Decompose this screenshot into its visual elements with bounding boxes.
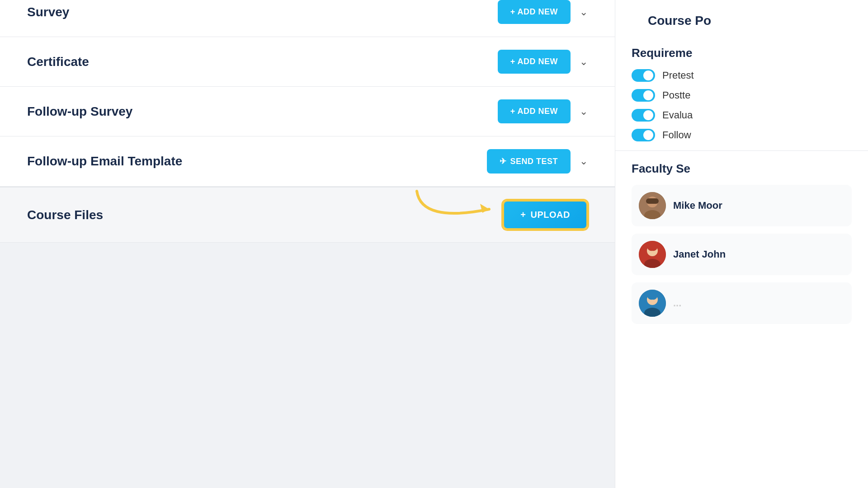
followup-survey-chevron-icon[interactable]: ⌄ [580, 106, 588, 117]
upload-plus-icon: + [520, 210, 526, 220]
avatar-janet-svg [639, 241, 666, 268]
course-po-header-area: Course Po [615, 0, 868, 33]
follow-label: Follow [662, 129, 691, 141]
posttest-label: Postte [662, 89, 690, 101]
pretest-toggle[interactable] [632, 69, 655, 82]
upload-button[interactable]: + UPLOAD [503, 200, 588, 230]
survey-chevron-icon[interactable]: ⌄ [580, 6, 588, 18]
faculty-item-janet: Janet John [632, 234, 852, 275]
requirements-section: Requireme Pretest Postte Evalua Follow [615, 33, 868, 151]
certificate-add-new-label: + ADD NEW [510, 57, 558, 66]
certificate-label: Certificate [27, 55, 89, 69]
avatar-mike [639, 192, 666, 219]
requirements-list: Pretest Postte Evalua Follow [632, 69, 852, 141]
faculty-name-third: ... [673, 297, 681, 309]
course-files-actions: + UPLOAD [503, 200, 588, 230]
evaluation-label: Evalua [662, 109, 693, 121]
upload-label: UPLOAD [531, 210, 570, 220]
certificate-add-new-button[interactable]: + ADD NEW [498, 50, 571, 74]
course-files-label: Course Files [27, 208, 103, 222]
annotation-arrow [412, 187, 507, 227]
avatar-third-svg [639, 290, 666, 317]
faculty-name-janet: Janet John [673, 249, 726, 260]
follow-toggle[interactable] [632, 129, 655, 141]
survey-add-new-label: + ADD NEW [510, 7, 558, 17]
pretest-label: Pretest [662, 70, 694, 81]
followup-survey-add-new-label: + ADD NEW [510, 107, 558, 116]
certificate-actions: + ADD NEW ⌄ [498, 50, 588, 74]
requirement-follow: Follow [632, 129, 852, 141]
faculty-list: Mike Moor Janet John [632, 185, 852, 324]
followup-email-label: Follow-up Email Template [27, 154, 182, 169]
avatar-mike-svg [639, 192, 666, 219]
survey-add-new-button[interactable]: + ADD NEW [498, 0, 571, 24]
certificate-chevron-icon[interactable]: ⌄ [580, 56, 588, 68]
faculty-title: Faculty Se [632, 162, 852, 176]
certificate-section: Certificate + ADD NEW ⌄ [0, 37, 615, 87]
followup-survey-actions: + ADD NEW ⌄ [498, 99, 588, 123]
faculty-item-mike: Mike Moor [632, 185, 852, 226]
followup-survey-add-new-button[interactable]: + ADD NEW [498, 99, 571, 123]
faculty-name-mike: Mike Moor [673, 200, 722, 211]
course-files-section: Course Files + UPLOAD [0, 187, 615, 243]
avatar-janet [639, 241, 666, 268]
followup-email-section: Follow-up Email Template ✈ SEND TEST ⌄ [0, 136, 615, 187]
right-sidebar: Course Po Requireme Pretest Postte Evalu… [615, 0, 868, 488]
bottom-empty [0, 243, 615, 488]
send-test-label: SEND TEST [510, 157, 558, 166]
requirement-pretest: Pretest [632, 69, 852, 82]
followup-email-chevron-icon[interactable]: ⌄ [580, 155, 588, 167]
requirement-posttest: Postte [632, 89, 852, 102]
posttest-toggle[interactable] [632, 89, 655, 102]
survey-section: Survey + ADD NEW ⌄ [0, 0, 615, 37]
requirements-title: Requireme [632, 46, 852, 60]
svg-rect-4 [646, 198, 659, 204]
requirement-evaluation: Evalua [632, 109, 852, 122]
followup-email-actions: ✈ SEND TEST ⌄ [487, 149, 588, 174]
faculty-section: Faculty Se Mike Moor [615, 151, 868, 488]
survey-label: Survey [27, 5, 69, 19]
followup-survey-section: Follow-up Survey + ADD NEW ⌄ [0, 87, 615, 136]
main-content: Survey + ADD NEW ⌄ Certificate + ADD NEW… [0, 0, 615, 488]
faculty-item-third: ... [632, 282, 852, 324]
avatar-third [639, 290, 666, 317]
followup-survey-label: Follow-up Survey [27, 104, 132, 119]
survey-actions: + ADD NEW ⌄ [498, 0, 588, 24]
send-icon: ✈ [500, 156, 507, 166]
send-test-button[interactable]: ✈ SEND TEST [487, 149, 571, 174]
evaluation-toggle[interactable] [632, 109, 655, 122]
